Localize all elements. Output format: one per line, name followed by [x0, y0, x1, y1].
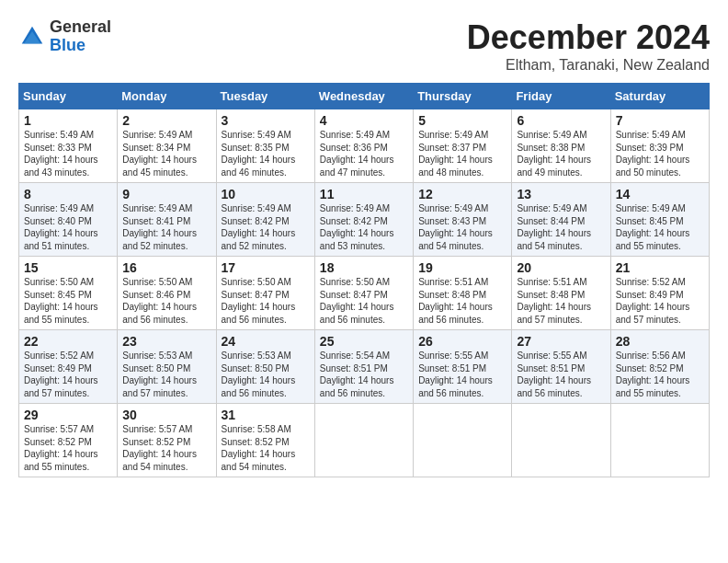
cell-info: Sunrise: 5:55 AMSunset: 8:51 PMDaylight:… — [517, 350, 591, 398]
calendar-cell: 14 Sunrise: 5:49 AMSunset: 8:45 PMDaylig… — [610, 183, 709, 257]
day-number: 4 — [320, 113, 408, 128]
day-number: 7 — [616, 113, 704, 128]
calendar-cell: 26 Sunrise: 5:55 AMSunset: 8:51 PMDaylig… — [414, 330, 512, 404]
day-number: 14 — [616, 187, 704, 201]
calendar-cell: 17 Sunrise: 5:50 AMSunset: 8:47 PMDaylig… — [216, 257, 314, 330]
day-header-wednesday: Wednesday — [314, 84, 413, 109]
day-number: 9 — [122, 187, 210, 201]
day-number: 17 — [222, 260, 310, 275]
day-number: 20 — [517, 260, 605, 275]
cell-info: Sunrise: 5:49 AMSunset: 8:34 PMDaylight:… — [122, 130, 197, 178]
cell-info: Sunrise: 5:50 AMSunset: 8:47 PMDaylight:… — [320, 277, 394, 325]
cell-info: Sunrise: 5:56 AMSunset: 8:52 PMDaylight:… — [616, 350, 690, 398]
day-number: 27 — [517, 334, 605, 349]
calendar-cell — [314, 404, 413, 477]
cell-info: Sunrise: 5:49 AMSunset: 8:44 PMDaylight:… — [517, 203, 591, 251]
calendar-cell: 7 Sunrise: 5:49 AMSunset: 8:39 PMDayligh… — [610, 109, 709, 183]
calendar-cell: 5 Sunrise: 5:49 AMSunset: 8:37 PMDayligh… — [414, 109, 512, 183]
cell-info: Sunrise: 5:50 AMSunset: 8:46 PMDaylight:… — [122, 277, 197, 325]
cell-info: Sunrise: 5:52 AMSunset: 8:49 PMDaylight:… — [616, 277, 690, 325]
calendar-cell: 22 Sunrise: 5:52 AMSunset: 8:49 PMDaylig… — [19, 330, 118, 404]
calendar-header-row: SundayMondayTuesdayWednesdayThursdayFrid… — [19, 84, 710, 109]
day-header-sunday: Sunday — [19, 84, 118, 109]
page-header: General Blue December 2024 Eltham, Taran… — [18, 18, 710, 74]
calendar-week-row: 22 Sunrise: 5:52 AMSunset: 8:49 PMDaylig… — [19, 330, 710, 404]
calendar-cell: 21 Sunrise: 5:52 AMSunset: 8:49 PMDaylig… — [610, 257, 709, 330]
calendar-cell — [414, 404, 512, 477]
cell-info: Sunrise: 5:57 AMSunset: 8:52 PMDaylight:… — [24, 424, 98, 472]
cell-info: Sunrise: 5:53 AMSunset: 8:50 PMDaylight:… — [222, 350, 296, 398]
day-number: 2 — [122, 113, 210, 128]
title-block: December 2024 Eltham, Taranaki, New Zeal… — [467, 18, 710, 74]
cell-info: Sunrise: 5:51 AMSunset: 8:48 PMDaylight:… — [418, 277, 493, 325]
logo-general-text: General — [50, 17, 111, 36]
day-number: 22 — [24, 334, 112, 349]
day-number: 12 — [418, 187, 506, 201]
day-number: 15 — [24, 260, 112, 275]
calendar-cell: 27 Sunrise: 5:55 AMSunset: 8:51 PMDaylig… — [512, 330, 610, 404]
day-number: 23 — [122, 334, 210, 349]
cell-info: Sunrise: 5:54 AMSunset: 8:51 PMDaylight:… — [320, 350, 394, 398]
day-number: 13 — [517, 187, 605, 201]
calendar-cell: 9 Sunrise: 5:49 AMSunset: 8:41 PMDayligh… — [118, 183, 216, 257]
cell-info: Sunrise: 5:50 AMSunset: 8:45 PMDaylight:… — [24, 277, 98, 325]
calendar-week-row: 29 Sunrise: 5:57 AMSunset: 8:52 PMDaylig… — [19, 404, 710, 477]
day-number: 26 — [418, 334, 506, 349]
cell-info: Sunrise: 5:57 AMSunset: 8:52 PMDaylight:… — [122, 424, 197, 472]
month-title: December 2024 — [467, 18, 710, 57]
calendar-cell: 23 Sunrise: 5:53 AMSunset: 8:50 PMDaylig… — [118, 330, 216, 404]
day-header-tuesday: Tuesday — [216, 84, 314, 109]
logo: General Blue — [18, 18, 111, 55]
cell-info: Sunrise: 5:49 AMSunset: 8:36 PMDaylight:… — [320, 130, 394, 178]
cell-info: Sunrise: 5:50 AMSunset: 8:47 PMDaylight:… — [222, 277, 296, 325]
day-number: 31 — [222, 408, 310, 422]
logo-icon — [18, 23, 46, 51]
cell-info: Sunrise: 5:55 AMSunset: 8:51 PMDaylight:… — [418, 350, 493, 398]
calendar-cell: 19 Sunrise: 5:51 AMSunset: 8:48 PMDaylig… — [414, 257, 512, 330]
cell-info: Sunrise: 5:49 AMSunset: 8:39 PMDaylight:… — [616, 130, 690, 178]
cell-info: Sunrise: 5:49 AMSunset: 8:41 PMDaylight:… — [122, 203, 197, 251]
cell-info: Sunrise: 5:49 AMSunset: 8:42 PMDaylight:… — [320, 203, 394, 251]
day-number: 25 — [320, 334, 408, 349]
cell-info: Sunrise: 5:49 AMSunset: 8:35 PMDaylight:… — [222, 130, 296, 178]
calendar-cell: 11 Sunrise: 5:49 AMSunset: 8:42 PMDaylig… — [314, 183, 413, 257]
calendar-cell: 28 Sunrise: 5:56 AMSunset: 8:52 PMDaylig… — [610, 330, 709, 404]
calendar-cell: 30 Sunrise: 5:57 AMSunset: 8:52 PMDaylig… — [118, 404, 216, 477]
calendar-cell — [512, 404, 610, 477]
day-number: 21 — [616, 260, 704, 275]
cell-info: Sunrise: 5:49 AMSunset: 8:33 PMDaylight:… — [24, 130, 98, 178]
cell-info: Sunrise: 5:49 AMSunset: 8:40 PMDaylight:… — [24, 203, 98, 251]
day-header-saturday: Saturday — [610, 84, 709, 109]
day-header-friday: Friday — [512, 84, 610, 109]
calendar-cell: 10 Sunrise: 5:49 AMSunset: 8:42 PMDaylig… — [216, 183, 314, 257]
cell-info: Sunrise: 5:49 AMSunset: 8:37 PMDaylight:… — [418, 130, 493, 178]
day-number: 6 — [517, 113, 605, 128]
day-number: 29 — [24, 408, 112, 422]
calendar-week-row: 1 Sunrise: 5:49 AMSunset: 8:33 PMDayligh… — [19, 109, 710, 183]
calendar-cell: 20 Sunrise: 5:51 AMSunset: 8:48 PMDaylig… — [512, 257, 610, 330]
cell-info: Sunrise: 5:49 AMSunset: 8:45 PMDaylight:… — [616, 203, 690, 251]
day-number: 30 — [122, 408, 210, 422]
day-number: 19 — [418, 260, 506, 275]
cell-info: Sunrise: 5:49 AMSunset: 8:38 PMDaylight:… — [517, 130, 591, 178]
location: Eltham, Taranaki, New Zealand — [467, 57, 710, 74]
cell-info: Sunrise: 5:58 AMSunset: 8:52 PMDaylight:… — [222, 424, 296, 472]
calendar-cell: 1 Sunrise: 5:49 AMSunset: 8:33 PMDayligh… — [19, 109, 118, 183]
day-number: 28 — [616, 334, 704, 349]
calendar-cell: 6 Sunrise: 5:49 AMSunset: 8:38 PMDayligh… — [512, 109, 610, 183]
day-header-monday: Monday — [118, 84, 216, 109]
calendar-cell: 15 Sunrise: 5:50 AMSunset: 8:45 PMDaylig… — [19, 257, 118, 330]
day-number: 5 — [418, 113, 506, 128]
calendar-cell: 25 Sunrise: 5:54 AMSunset: 8:51 PMDaylig… — [314, 330, 413, 404]
day-number: 10 — [222, 187, 310, 201]
day-number: 1 — [24, 113, 112, 128]
day-number: 18 — [320, 260, 408, 275]
cell-info: Sunrise: 5:53 AMSunset: 8:50 PMDaylight:… — [122, 350, 197, 398]
calendar-cell: 24 Sunrise: 5:53 AMSunset: 8:50 PMDaylig… — [216, 330, 314, 404]
calendar-cell: 4 Sunrise: 5:49 AMSunset: 8:36 PMDayligh… — [314, 109, 413, 183]
day-number: 11 — [320, 187, 408, 201]
calendar-cell: 13 Sunrise: 5:49 AMSunset: 8:44 PMDaylig… — [512, 183, 610, 257]
calendar-week-row: 15 Sunrise: 5:50 AMSunset: 8:45 PMDaylig… — [19, 257, 710, 330]
calendar-cell: 18 Sunrise: 5:50 AMSunset: 8:47 PMDaylig… — [314, 257, 413, 330]
calendar-cell: 3 Sunrise: 5:49 AMSunset: 8:35 PMDayligh… — [216, 109, 314, 183]
